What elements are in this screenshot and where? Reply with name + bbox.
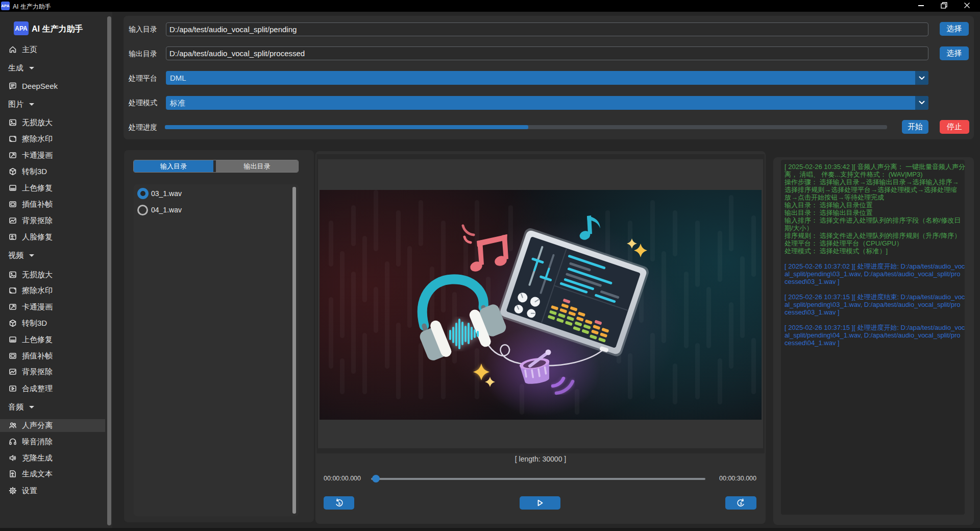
svg-text:5: 5 — [338, 501, 340, 505]
svg-text:5: 5 — [740, 501, 742, 505]
